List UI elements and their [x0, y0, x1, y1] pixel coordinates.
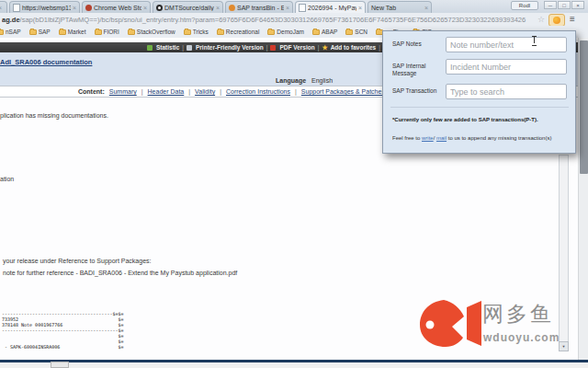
- tab-label: https://websmp130.s...: [22, 5, 71, 11]
- correction-instructions-link[interactable]: Correction Instructions: [226, 88, 290, 95]
- tab-chrome-web-store[interactable]: Chrome Web Store - ... ×: [82, 1, 151, 13]
- sap-extension-icon[interactable]: [548, 14, 565, 27]
- bookmark-item[interactable]: ABAP: [312, 29, 337, 35]
- tab-bar: × https://websmp130.s... × Chrome Web St…: [0, 0, 588, 13]
- bookmark-item[interactable]: DemoJam: [267, 29, 304, 35]
- folder-icon: [29, 29, 37, 35]
- bookmark-label: Tricks: [193, 29, 209, 35]
- tab-websmp[interactable]: https://websmp130.s... ×: [9, 1, 80, 13]
- separator: |: [295, 88, 297, 95]
- bookmark-item[interactable]: SAP: [29, 29, 51, 35]
- sap-notes-row: SAP Notes: [392, 37, 567, 52]
- pdf-version-link[interactable]: PDF Version: [279, 44, 314, 51]
- bookmark-label: StackOverflow: [137, 29, 175, 35]
- minimize-button[interactable]: ─: [544, 1, 557, 9]
- document-favicon: [299, 4, 306, 12]
- pdf-icon: [270, 45, 276, 51]
- bookmark-star-icon[interactable]: ☆: [537, 15, 545, 24]
- tab-close-icon[interactable]: ×: [358, 5, 362, 11]
- sap-transaction-label: SAP Transaction: [392, 84, 446, 99]
- tab-new-tab[interactable]: New Tab ×: [368, 1, 432, 13]
- documentation-link[interactable]: AdI_SRA006 documentation: [0, 58, 92, 66]
- tab-close-icon[interactable]: ×: [286, 5, 289, 11]
- bookmark-item[interactable]: SCN: [345, 29, 368, 35]
- menu-icon[interactable]: ≡: [570, 14, 575, 25]
- folder-icon: [0, 29, 4, 35]
- profile-button[interactable]: Rodl: [511, 1, 538, 10]
- url-field[interactable]: ag.de/sap(bD1lbiZjPTAwMQ==)/bc/bsp/sno/u…: [2, 16, 533, 24]
- tab-label: 2026994 - MyPaystub: [308, 5, 356, 11]
- tab-close-icon[interactable]: ×: [0, 5, 2, 11]
- summary-link[interactable]: Summary: [109, 88, 137, 95]
- url-domain: ag.de: [2, 16, 20, 24]
- body-line-1: plication has missing documentations.: [0, 112, 108, 119]
- separator: |: [188, 88, 190, 95]
- bookmark-label: SAP: [39, 29, 51, 35]
- body-line-3: your release under Reference to Support …: [3, 258, 152, 264]
- bookmark-item[interactable]: Market: [59, 29, 86, 35]
- separator: |: [379, 44, 380, 51]
- bookmark-label: ABAP: [322, 29, 337, 35]
- bookmark-label: nSAP: [6, 29, 21, 35]
- document-favicon: [13, 4, 20, 12]
- statistic-link[interactable]: Statistic: [156, 44, 179, 51]
- bookmark-item[interactable]: Recreational: [217, 29, 260, 35]
- printer-friendly-link[interactable]: Printer-Friendly Version: [196, 44, 264, 51]
- body-line-4: note for further reference - BADI_SRA006…: [3, 270, 237, 276]
- tab-partial[interactable]: ×: [0, 1, 7, 13]
- window-scrollbar-track[interactable]: [578, 38, 588, 360]
- restore-button[interactable]: □: [558, 1, 571, 9]
- sap-transaction-row: SAP Transaction: [392, 84, 567, 99]
- sap-notes-input[interactable]: [446, 37, 567, 52]
- close-window-button[interactable]: ×: [571, 1, 584, 9]
- write-link[interactable]: write: [422, 135, 434, 141]
- bookmark-label: Market: [68, 29, 86, 35]
- bookmark-item[interactable]: StackOverflow: [128, 29, 175, 35]
- language-label: Language: [276, 77, 306, 84]
- sap-transaction-input[interactable]: [446, 84, 567, 99]
- window-scrollbar-thumb[interactable]: [580, 40, 588, 174]
- folder-icon: [128, 29, 135, 35]
- tab-sap-transbin[interactable]: SAP transBin - Edit In... ×: [225, 1, 293, 13]
- sap-internal-message-input[interactable]: [446, 59, 567, 75]
- folder-icon: [59, 29, 66, 35]
- folder-icon: [95, 29, 102, 35]
- language-value[interactable]: English: [311, 77, 333, 84]
- tab-close-icon[interactable]: ×: [143, 5, 147, 11]
- tab-label: Chrome Web Store - ...: [94, 5, 141, 11]
- separator: |: [266, 44, 268, 51]
- tab-close-icon[interactable]: ×: [424, 5, 428, 11]
- support-packages-link[interactable]: Support Packages & Patches: [301, 88, 385, 95]
- add-to-favorites-link[interactable]: Add to favorites: [331, 44, 376, 51]
- horizontal-scrollbar-thumb[interactable]: [51, 362, 69, 368]
- header-data-link[interactable]: Header Data: [148, 88, 185, 95]
- popup-footer: Feel free to write/ mail to us to append…: [392, 135, 571, 141]
- bookmark-item[interactable]: nSAP: [0, 29, 21, 35]
- bookmark-item[interactable]: Tricks: [184, 29, 209, 35]
- mail-link[interactable]: mail: [436, 135, 447, 141]
- folder-icon: [267, 29, 275, 35]
- toolbar-items: Statistic | Printer-Friendly Version | P…: [147, 42, 407, 52]
- statistic-icon: [147, 45, 153, 51]
- webstore-favicon: [85, 5, 92, 11]
- folder-icon: [312, 29, 320, 35]
- footer-band: [0, 362, 588, 368]
- correction-code-block: ----------------------------------------…: [2, 311, 123, 350]
- bookmark-item[interactable]: FIORI: [95, 29, 119, 35]
- sap-notes-label: SAP Notes: [392, 37, 446, 52]
- content-label: Content:: [78, 88, 105, 95]
- tab-mypaystub-active[interactable]: 2026994 - MyPaystub ×: [295, 1, 366, 13]
- bookmark-label: DemoJam: [277, 29, 304, 35]
- watermark: 网多鱼 wduoyu.com: [418, 294, 570, 357]
- folder-icon: [184, 29, 191, 35]
- bookmark-label: FIORI: [104, 29, 119, 35]
- tab-close-icon[interactable]: ×: [216, 5, 220, 11]
- popup-divider: [390, 107, 569, 108]
- validity-link[interactable]: Validity: [195, 88, 215, 95]
- tab-close-icon[interactable]: ×: [73, 5, 76, 11]
- address-bar: ag.de/sap(bD1lbiZjPTAwMQ==)/bc/bsp/sno/u…: [0, 13, 588, 27]
- popup-note: *Currently only few are added to SAP tra…: [392, 117, 571, 122]
- footer-text: Feel free to: [392, 135, 422, 141]
- separator: |: [318, 44, 320, 51]
- tab-github[interactable]: DMTSource/daily-sto... ×: [153, 1, 223, 13]
